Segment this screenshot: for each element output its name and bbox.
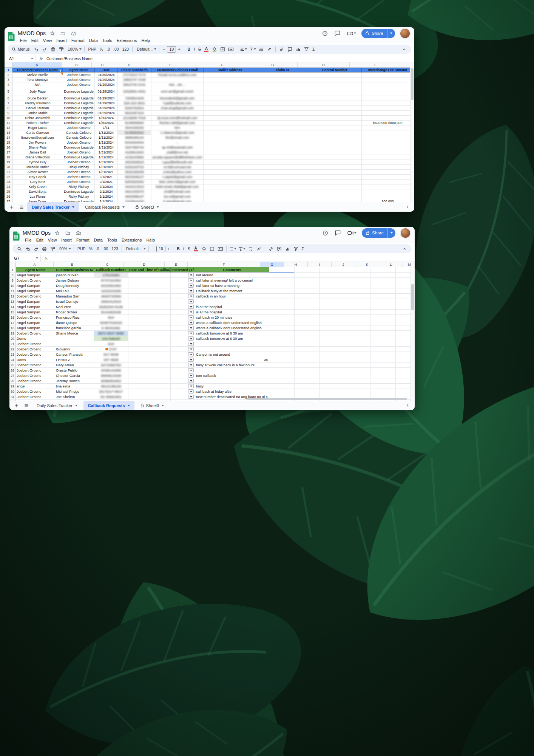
toolbar-collapse-button[interactable]	[401, 245, 409, 253]
header-cell[interactable]: Customer/Business Name	[55, 267, 94, 273]
text-wrap-button[interactable]	[257, 46, 265, 53]
cell-I18[interactable]	[362, 155, 414, 160]
cell-D10[interactable]: (213)609-7019	[118, 116, 151, 121]
name-box[interactable]: G7	[9, 255, 41, 262]
cell-E14[interactable]: ltm@email.com	[151, 135, 204, 140]
cell-D13[interactable]: 9135582910	[118, 130, 151, 135]
column-header-D[interactable]: D	[124, 262, 165, 267]
cell-D22[interactable]	[128, 347, 171, 352]
cell-D26[interactable]	[128, 368, 171, 373]
cell-F17[interactable]: wants a callback dont understand english	[195, 320, 269, 325]
menu-data[interactable]: Data	[92, 238, 105, 242]
font-size-input[interactable]: 10	[156, 246, 165, 252]
cell-H19[interactable]	[308, 160, 362, 165]
cell-J26[interactable]	[345, 368, 370, 373]
header-cell[interactable]	[345, 267, 370, 273]
horizontal-scrollbar-thumb[interactable]	[247, 398, 407, 400]
cell-H20[interactable]	[295, 336, 320, 341]
sheets-logo-icon[interactable]	[12, 229, 20, 243]
column-header-B[interactable]: B	[62, 62, 92, 67]
cell-G12[interactable]	[269, 294, 295, 299]
cell-C26[interactable]: 2/1/2024	[95, 194, 118, 199]
cell-D21[interactable]: 4532180209	[118, 170, 151, 175]
cell-I21[interactable]	[320, 341, 345, 347]
share-dropdown[interactable]	[387, 29, 395, 38]
column-header-J[interactable]: J	[332, 262, 355, 267]
cell-F17[interactable]	[204, 150, 257, 155]
cell-G9[interactable]	[257, 111, 308, 116]
interested-dropdown[interactable]	[188, 305, 194, 309]
cell-J12[interactable]	[345, 294, 370, 299]
interested-dropdown[interactable]	[188, 336, 194, 341]
text-rotation-button[interactable]: A	[265, 46, 273, 53]
column-header-E[interactable]: E	[165, 262, 188, 267]
cell-E23[interactable]	[171, 352, 195, 357]
cell-I7[interactable]	[362, 101, 414, 106]
header-cell[interactable]: Mailer Address	[204, 68, 257, 73]
cell-B19[interactable]: Shane Meece	[55, 331, 94, 336]
cell-I19[interactable]	[362, 160, 414, 165]
cell-H11[interactable]	[308, 121, 362, 125]
cell-F3[interactable]	[204, 77, 257, 82]
cell-A25[interactable]: David Borja	[12, 189, 63, 194]
cell-A29[interactable]: angel	[16, 384, 55, 389]
version-history-icon[interactable]	[321, 229, 329, 237]
cell-E20[interactable]	[171, 336, 195, 341]
cell-F26[interactable]	[195, 368, 269, 373]
cell-I9[interactable]	[362, 111, 414, 116]
all-sheets-button[interactable]	[22, 401, 31, 410]
cell-A8[interactable]: Angel Sampan	[16, 273, 55, 278]
cell-G20[interactable]	[257, 165, 308, 170]
cell-A8[interactable]: Daniel Tatarian	[12, 106, 63, 111]
header-cell[interactable]: Interested (Y/N)	[171, 267, 195, 273]
cell-F10[interactable]: call later cx have a meeting'	[195, 283, 269, 288]
cell-F21[interactable]	[195, 341, 269, 347]
cell-K17[interactable]	[370, 320, 396, 325]
all-sheets-icon[interactable]	[18, 203, 26, 211]
cell-K25[interactable]	[370, 363, 396, 368]
cell-A26[interactable]: Joebert Orceno	[16, 368, 55, 373]
row-number[interactable]: 15	[9, 310, 16, 315]
cell-C11[interactable]: 1/30/2024	[95, 121, 118, 125]
cell-I5[interactable]	[362, 87, 414, 96]
cell-G11[interactable]	[257, 121, 308, 125]
cell-E16[interactable]: sp.44@xeamail.com	[151, 145, 204, 150]
cell-C11[interactable]: 4163101936	[94, 288, 128, 294]
interested-dropdown[interactable]	[188, 389, 194, 393]
more-formats-button[interactable]: 123	[121, 47, 131, 51]
cell-B12[interactable]: Mamadou Sarr	[55, 294, 94, 299]
cell-A4[interactable]: N/A	[12, 82, 63, 87]
cell-F28[interactable]	[195, 378, 269, 384]
cell-E30[interactable]	[171, 389, 195, 394]
cell-I16[interactable]	[320, 315, 345, 320]
column-header-K[interactable]: K	[355, 262, 379, 267]
cell-D18[interactable]: 4132243652	[118, 155, 151, 160]
row-number[interactable]: 9	[9, 278, 16, 283]
cell-G7[interactable]	[257, 101, 308, 106]
cell-A27[interactable]: brian Craig	[12, 199, 63, 202]
cell-H5[interactable]	[308, 87, 362, 96]
cell-A16[interactable]: Sherry Pate	[12, 145, 63, 150]
cell-B7[interactable]: Dominique Lagarde	[63, 101, 95, 106]
row-number[interactable]: 14	[9, 304, 16, 310]
cell-G9[interactable]	[269, 278, 295, 283]
chevron-left-icon[interactable]	[404, 402, 412, 409]
cell-E20[interactable]: m.b@comcast.net	[151, 165, 204, 170]
cell-F24[interactable]	[204, 184, 257, 189]
cell-G23[interactable]	[257, 180, 308, 184]
print-button[interactable]	[49, 46, 57, 53]
share-button[interactable]: Share	[361, 29, 395, 38]
cloud-saved-icon[interactable]	[69, 30, 77, 37]
cell-D5[interactable]: (332)602-4331	[118, 87, 151, 96]
menu-help[interactable]: Help	[144, 238, 157, 242]
decrease-font-size-button[interactable]: −	[161, 47, 167, 51]
cell-K10[interactable]	[370, 283, 396, 288]
row-number[interactable]: 21	[9, 341, 16, 347]
row-number[interactable]: 9	[5, 111, 12, 116]
cell-I15[interactable]	[362, 140, 414, 145]
column-header-L[interactable]: L	[379, 262, 403, 267]
cell-E25[interactable]: d.b@hotmail.com	[151, 189, 204, 194]
cell-A21[interactable]: Aimee Kester	[12, 170, 63, 175]
strikethrough-button[interactable]: S	[197, 47, 202, 51]
row-number[interactable]: 12	[9, 294, 16, 299]
